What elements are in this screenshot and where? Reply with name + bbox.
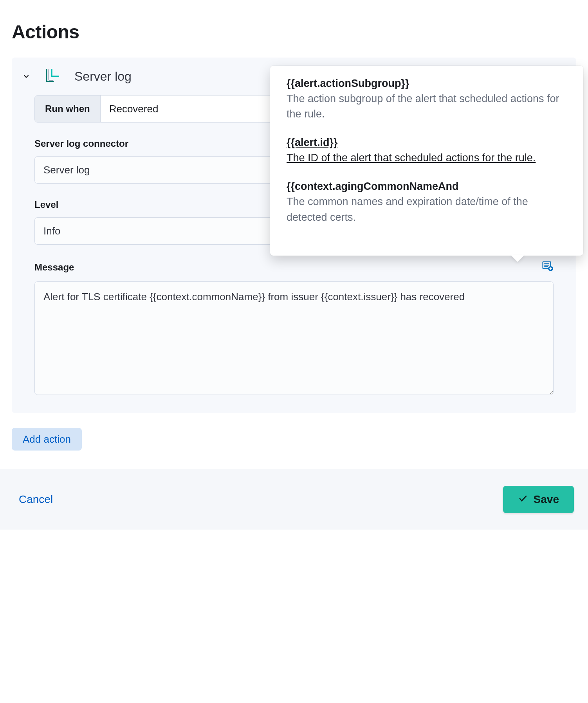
add-action-button[interactable]: Add action [12, 428, 82, 451]
variable-item[interactable]: {{alert.id}}The ID of the alert that sch… [287, 137, 567, 166]
variable-description: The ID of the alert that scheduled actio… [287, 150, 567, 166]
variable-item[interactable]: {{context.agingCommonNameAndThe common n… [287, 180, 567, 225]
message-input[interactable] [34, 281, 554, 395]
variable-popover: {{alert.actionSubgroup}}The action subgr… [270, 66, 583, 256]
variable-description: The action subgroup of the alert that sc… [287, 91, 567, 122]
server-log-icon [45, 67, 61, 86]
action-title: Server log [74, 69, 132, 84]
chevron-down-icon[interactable] [21, 71, 31, 81]
variable-token: {{context.agingCommonNameAnd [287, 180, 567, 193]
variable-token: {{alert.actionSubgroup}} [287, 78, 567, 90]
page-title: Actions [12, 21, 576, 43]
level-value: Info [43, 225, 60, 237]
add-variable-icon[interactable] [542, 260, 554, 274]
run-when-label: Run when [35, 96, 101, 122]
connector-value: Server log [43, 164, 90, 176]
save-button-label: Save [534, 493, 559, 506]
run-when-value: Recovered [109, 103, 159, 115]
variable-description: The common names and expiration date/tim… [287, 194, 567, 225]
variable-item[interactable]: {{alert.actionSubgroup}}The action subgr… [287, 78, 567, 122]
cancel-button[interactable]: Cancel [19, 493, 53, 506]
variable-list[interactable]: {{alert.actionSubgroup}}The action subgr… [270, 78, 583, 244]
footer-bar: Cancel Save [0, 469, 588, 530]
check-icon [518, 493, 528, 506]
message-label: Message [34, 262, 74, 273]
save-button[interactable]: Save [503, 486, 574, 513]
variable-token: {{alert.id}} [287, 137, 567, 149]
